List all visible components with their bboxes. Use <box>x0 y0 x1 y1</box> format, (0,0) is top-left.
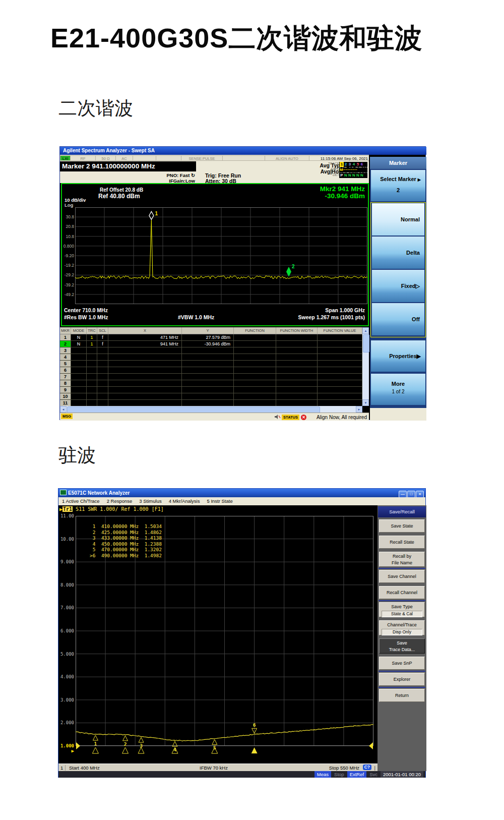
table-cell <box>276 393 318 400</box>
table-row[interactable]: 1N1f471 MHz27.579 dBm <box>60 334 362 341</box>
sa-span-label: Span 1.000 GHz <box>325 307 365 313</box>
det-value: N <box>356 173 360 178</box>
table-cell: N <box>71 334 87 341</box>
menu-item-instr[interactable]: 5 Instr State <box>207 497 232 505</box>
na-softkey-label: Save Type <box>380 604 424 610</box>
sa-table-hscrollbar[interactable]: ◄ ► <box>60 406 362 413</box>
na-softkey-channel-trace[interactable]: Channel/TraceDisp Only <box>379 620 425 635</box>
table-cell <box>182 361 234 367</box>
na-softkey-label: Recall by <box>380 553 424 560</box>
table-cell: 3 <box>60 347 71 354</box>
na-softkey-save-state[interactable]: Save State <box>379 519 425 533</box>
table-cell <box>97 361 108 367</box>
softkey-properties[interactable]: Properties▶ <box>371 340 425 372</box>
table-cell: 10 <box>60 393 71 400</box>
na-softkey-explorer[interactable]: Explorer <box>379 673 425 686</box>
na-marker-icon <box>93 735 98 740</box>
softkey-delta[interactable]: Delta <box>372 237 424 269</box>
table-row[interactable]: 7 <box>60 374 362 380</box>
select-marker-value: 2 <box>371 187 425 193</box>
softkey-select-marker[interactable]: Select Marker ▶ 2 <box>371 170 425 201</box>
table-cell <box>182 387 234 393</box>
table-cell <box>97 347 108 354</box>
sa-status-cell: RF <box>70 155 95 161</box>
scroll-right-icon[interactable]: ► <box>356 406 362 413</box>
table-cell <box>234 361 276 367</box>
table-cell <box>318 354 362 361</box>
table-cell <box>71 380 87 387</box>
table-row[interactable]: 4 <box>60 354 362 361</box>
na-taskbar-meas[interactable]: Meas <box>314 771 331 778</box>
trace-number: 4 <box>352 162 356 167</box>
sa-y-tick-label: -39.2 <box>62 282 74 287</box>
na-active-marker-axis-icon <box>251 747 258 753</box>
sa-table-header-cell: SCL <box>97 327 108 334</box>
menu-item-mkranalysis[interactable]: 4 Mkr/Analysis <box>169 497 200 505</box>
na-taskbar-extref[interactable]: ExtRef <box>347 771 367 778</box>
table-cell <box>276 374 318 380</box>
na-marker-axis-icon <box>122 747 129 753</box>
sa-table-header-cell: FUNCTION <box>234 327 276 334</box>
na-softkey-recall-state[interactable]: Recall State <box>379 536 425 549</box>
na-softkey-field: State & Cal <box>382 611 422 617</box>
na-softkey-return[interactable]: Return <box>379 689 425 702</box>
table-row[interactable]: 6 <box>60 367 362 374</box>
sa-marker-readout: Marker 2 941.100000000 MHz <box>60 161 196 171</box>
na-readout-row: >6 490.00000 MHz 1.4982 <box>90 553 162 559</box>
table-cell <box>108 380 182 387</box>
na-menu-separator <box>379 671 425 672</box>
na-y-tick-label: 4.000 <box>59 674 74 679</box>
table-cell <box>108 354 182 361</box>
table-cell: 1 <box>60 334 71 341</box>
softkey-off[interactable]: Off <box>372 303 424 335</box>
table-row[interactable]: 10 <box>60 393 362 400</box>
mute-icon <box>274 414 281 421</box>
na-softkey-recall-channel[interactable]: Recall Channel <box>379 586 425 599</box>
table-cell <box>71 387 87 393</box>
softkey-fixed[interactable]: Fixed▷ <box>372 270 424 302</box>
sa-table-vscrollbar[interactable]: ▲ ▼ <box>362 327 369 406</box>
table-cell <box>87 374 97 380</box>
table-row[interactable]: 8 <box>60 380 362 387</box>
sa-status-cell: ALIGN AUTO <box>265 155 309 161</box>
table-cell <box>182 354 234 361</box>
softkey-normal[interactable]: Normal <box>372 203 424 236</box>
table-cell <box>182 393 234 400</box>
menu-item-response[interactable]: 2 Response <box>107 497 133 505</box>
table-row[interactable]: 5 <box>60 361 362 367</box>
scroll-down-icon[interactable]: ▼ <box>362 399 369 406</box>
det-value: P <box>340 173 344 178</box>
na-marker-label: 2 <box>124 741 127 747</box>
na-taskbar-svc[interactable]: Svc <box>367 771 380 778</box>
table-cell <box>318 361 362 367</box>
scroll-left-icon[interactable]: ◄ <box>60 406 67 413</box>
na-softkey-save-type[interactable]: Save TypeState & Cal <box>379 602 425 617</box>
trace-number: 2 <box>344 162 348 167</box>
na-softkey-save-channel[interactable]: Save Channel <box>379 570 425 583</box>
menu-item-active[interactable]: 1 Active Ch/Trace <box>62 497 100 505</box>
table-cell <box>318 387 362 393</box>
vscroll-thumb[interactable] <box>363 334 369 353</box>
na-taskbar-stop[interactable]: Stop <box>332 771 347 778</box>
softkey-more[interactable]: More1 of 2 <box>371 374 425 405</box>
scroll-up-icon[interactable]: ▲ <box>362 327 369 334</box>
na-softkey-save-trace-data-[interactable]: SaveTrace Data... <box>379 638 425 654</box>
table-cell: 1 <box>87 341 97 347</box>
na-readout-row: 4 450.00000 MHz 1.2388 <box>90 541 162 547</box>
softkey-label: Normal <box>401 216 420 222</box>
section-heading-harmonic: 二次谐波 <box>58 96 133 121</box>
na-softkey-save-snp[interactable]: Save SnP <box>379 657 425 670</box>
table-row[interactable]: 9 <box>60 387 362 393</box>
menu-item-stimulus[interactable]: 3 Stimulus <box>139 497 161 505</box>
marker-1-diamond-icon <box>149 211 154 219</box>
table-row[interactable]: 3 <box>60 347 362 354</box>
na-softkey-recall-by-file-name[interactable]: Recall byFile Name <box>379 552 425 567</box>
error-icon: ✕ <box>301 415 306 420</box>
table-cell <box>276 341 318 347</box>
det-value: N <box>352 173 356 178</box>
sa-pno: PNO: Fast ↻ <box>136 172 195 178</box>
select-marker-label: Select Marker <box>380 176 416 182</box>
sa-trace-label: TRACE <box>326 162 339 165</box>
table-row[interactable]: 2N1f941 MHz-30.946 dBm <box>60 341 362 347</box>
table-cell <box>276 334 318 341</box>
